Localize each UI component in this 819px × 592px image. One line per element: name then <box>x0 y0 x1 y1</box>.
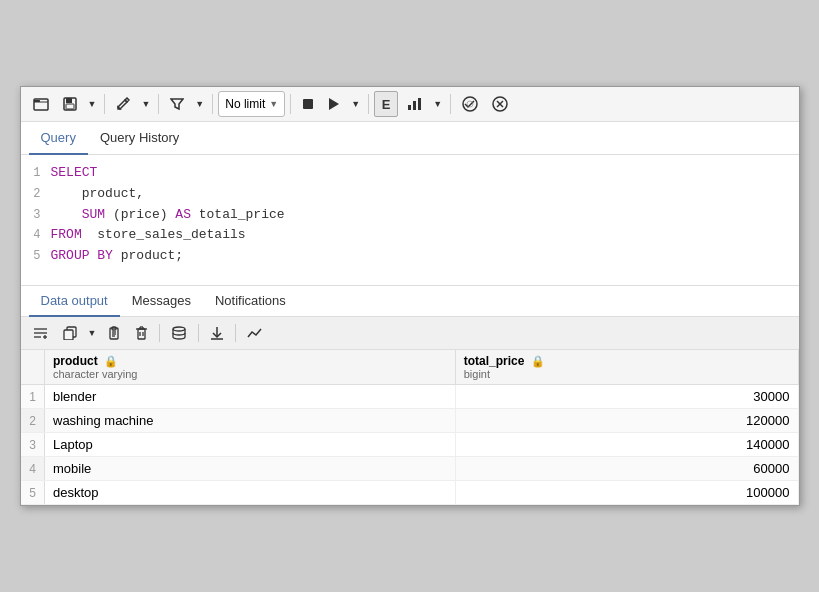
row-num-cell: 2 <box>21 409 45 433</box>
row-num-cell: 3 <box>21 433 45 457</box>
download-button[interactable] <box>204 321 230 345</box>
tab-messages[interactable]: Messages <box>120 286 203 317</box>
rollback-button[interactable] <box>486 91 514 117</box>
main-toolbar: ▼ ▼ ▼ No limit ▼ <box>21 87 799 122</box>
data-table-wrapper: product 🔒 character varying total_price … <box>21 350 799 505</box>
svg-rect-21 <box>64 330 73 340</box>
save-button[interactable] <box>57 91 83 117</box>
total-price-cell: 30000 <box>455 385 798 409</box>
save-dropdown[interactable]: ▼ <box>85 91 100 117</box>
limit-caret: ▼ <box>269 99 278 109</box>
main-window: ▼ ▼ ▼ No limit ▼ <box>20 86 800 506</box>
tab-data-output[interactable]: Data output <box>29 286 120 317</box>
sql-code-2: product, <box>51 184 145 205</box>
sql-code-5: GROUP BY product; <box>51 246 184 267</box>
edit-button[interactable] <box>110 91 136 117</box>
sql-line-5: 5 GROUP BY product; <box>21 246 799 267</box>
svg-rect-8 <box>413 101 416 110</box>
tab-query[interactable]: Query <box>29 122 88 155</box>
output-tabs: Data output Messages Notifications <box>21 285 799 317</box>
table-row[interactable]: 2 washing machine 120000 <box>21 409 799 433</box>
product-cell: desktop <box>45 481 456 505</box>
paste-button[interactable] <box>101 321 127 345</box>
total-price-lock-icon: 🔒 <box>531 355 545 367</box>
col-header-total-price: total_price 🔒 bigint <box>455 350 798 385</box>
stop-button[interactable] <box>296 91 320 117</box>
query-tabs: Query Query History <box>21 122 799 155</box>
total-price-cell: 60000 <box>455 457 798 481</box>
commit-button[interactable] <box>456 91 484 117</box>
row-num-cell: 4 <box>21 457 45 481</box>
filter-dropdown[interactable]: ▼ <box>192 91 207 117</box>
chart-dropdown[interactable]: ▼ <box>430 91 445 117</box>
tab-notifications[interactable]: Notifications <box>203 286 298 317</box>
explain-label: E <box>382 97 391 112</box>
limit-dropdown[interactable]: No limit ▼ <box>218 91 285 117</box>
col-header-product: product 🔒 character varying <box>45 350 456 385</box>
sql-line-3: 3 SUM (price) AS total_price <box>21 205 799 226</box>
svg-point-34 <box>173 327 185 331</box>
row-num-cell: 5 <box>21 481 45 505</box>
add-row-button[interactable] <box>27 321 55 345</box>
open-file-button[interactable] <box>27 91 55 117</box>
svg-rect-3 <box>66 98 72 103</box>
explain-button[interactable]: E <box>374 91 398 117</box>
product-lock-icon: 🔒 <box>104 355 118 367</box>
data-table: product 🔒 character varying total_price … <box>21 350 799 505</box>
total-price-cell: 120000 <box>455 409 798 433</box>
line-num-3: 3 <box>21 206 51 225</box>
delete-button[interactable] <box>129 321 154 345</box>
tab-query-history[interactable]: Query History <box>88 122 191 155</box>
filter-button[interactable] <box>164 91 190 117</box>
table-row[interactable]: 3 Laptop 140000 <box>21 433 799 457</box>
svg-marker-6 <box>329 98 339 110</box>
chart-button[interactable] <box>400 91 428 117</box>
svg-rect-5 <box>303 99 313 109</box>
svg-rect-7 <box>408 105 411 110</box>
sql-line-4: 4 FROM store_sales_details <box>21 225 799 246</box>
svg-rect-9 <box>418 98 421 110</box>
row-num-cell: 1 <box>21 385 45 409</box>
execute-button[interactable] <box>322 91 346 117</box>
line-num-2: 2 <box>21 185 51 204</box>
sql-line-2: 2 product, <box>21 184 799 205</box>
product-cell: washing machine <box>45 409 456 433</box>
svg-rect-28 <box>138 329 145 339</box>
sql-code-4: FROM store_sales_details <box>51 225 246 246</box>
sql-code-3: SUM (price) AS total_price <box>51 205 285 226</box>
limit-label: No limit <box>225 97 265 111</box>
total-price-cell: 100000 <box>455 481 798 505</box>
product-cell: mobile <box>45 457 456 481</box>
db-button[interactable] <box>165 321 193 345</box>
total-price-cell: 140000 <box>455 433 798 457</box>
line-num-4: 4 <box>21 226 51 245</box>
edit-dropdown[interactable]: ▼ <box>138 91 153 117</box>
line-num-1: 1 <box>21 164 51 183</box>
trend-button[interactable] <box>241 321 269 345</box>
copy-button[interactable] <box>57 321 83 345</box>
sql-code-1: SELECT <box>51 163 98 184</box>
execute-dropdown[interactable]: ▼ <box>348 91 363 117</box>
line-num-5: 5 <box>21 247 51 266</box>
table-row[interactable]: 1 blender 30000 <box>21 385 799 409</box>
sql-editor[interactable]: 1 SELECT 2 product, 3 SUM (price) AS tot… <box>21 155 799 285</box>
svg-rect-4 <box>66 104 74 109</box>
sql-line-1: 1 SELECT <box>21 163 799 184</box>
table-row[interactable]: 4 mobile 60000 <box>21 457 799 481</box>
product-cell: blender <box>45 385 456 409</box>
row-num-header <box>21 350 45 385</box>
copy-dropdown[interactable]: ▼ <box>85 321 100 345</box>
data-toolbar: ▼ <box>21 317 799 350</box>
product-cell: Laptop <box>45 433 456 457</box>
table-row[interactable]: 5 desktop 100000 <box>21 481 799 505</box>
